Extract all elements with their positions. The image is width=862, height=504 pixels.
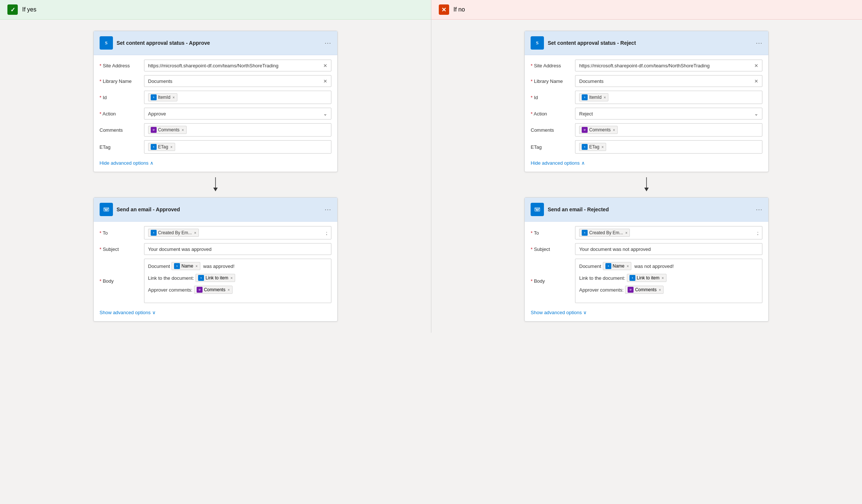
body-text: was approved! <box>203 263 235 269</box>
field-dropdown[interactable]: Reject ⌄ <box>575 108 762 120</box>
field-label: Id <box>531 95 571 100</box>
advanced-options-link[interactable]: Hide advanced options ∧ <box>531 157 585 167</box>
advanced-options-link[interactable]: Hide advanced options ∧ <box>100 157 154 167</box>
field-input[interactable]: Documents ✕ <box>575 75 762 87</box>
token-close[interactable]: × <box>228 288 230 292</box>
field-row: Body Document S Name × was not approved!… <box>531 259 762 303</box>
connector-arrow <box>211 172 220 197</box>
clear-button[interactable]: ✕ <box>323 63 327 68</box>
advanced-options-link[interactable]: Show advanced options ∨ <box>531 307 587 317</box>
card-body: Site Address https://microsoft.sharepoin… <box>525 55 768 172</box>
svg-text:S: S <box>105 40 107 46</box>
svg-text:S: S <box>153 96 154 98</box>
token-label: Comments <box>635 287 656 292</box>
clear-button[interactable]: ✕ <box>754 63 758 68</box>
token-close[interactable]: × <box>170 145 173 149</box>
card-body: To S Created By Em... × ; Subject Your d… <box>94 222 337 321</box>
field-input[interactable]: Comments × <box>144 123 331 137</box>
body-field[interactable]: Document S Name × was approved!Link to t… <box>144 259 331 303</box>
advanced-options-label: Hide advanced options <box>100 160 148 166</box>
token-close[interactable]: × <box>662 276 664 280</box>
branch-content-yes: S Set content approval status - Approve … <box>0 20 431 333</box>
field-row: Body Document S Name × was approved!Link… <box>100 259 331 303</box>
body-field[interactable]: Document S Name × was not approved!Link … <box>575 259 762 303</box>
token-close[interactable]: × <box>196 264 198 268</box>
token-close[interactable]: × <box>659 288 661 292</box>
field-value: Your document was not approved <box>579 246 651 252</box>
field-input[interactable]: Your document was approved <box>144 243 331 255</box>
token: S ItemId × <box>148 93 177 101</box>
chevron-down-icon: ⌄ <box>754 111 758 117</box>
field-input[interactable]: Comments × <box>575 123 762 137</box>
field-row: Action Reject ⌄ <box>531 108 762 120</box>
token: S ItemId × <box>579 93 608 101</box>
clear-button[interactable]: ✕ <box>754 78 758 84</box>
sp-token-icon: S <box>582 230 588 236</box>
token-close[interactable]: × <box>613 128 615 132</box>
card-menu-button[interactable]: ··· <box>756 39 762 47</box>
card-title: Send an email - Approved <box>117 206 321 212</box>
advanced-chevron-icon: ∧ <box>150 160 154 166</box>
card-menu-button[interactable]: ··· <box>325 39 331 47</box>
branch-content-no: S Set content approval status - Reject ·… <box>431 20 862 333</box>
token-close[interactable]: × <box>627 264 629 268</box>
advanced-chevron-icon: ∨ <box>583 310 587 315</box>
sp-token-icon: S <box>605 263 611 269</box>
token-label: Created By Em... <box>158 230 192 235</box>
body-text: Link to the document: <box>148 275 194 281</box>
field-input[interactable]: S ETag × <box>575 140 762 154</box>
card-header: O Send an email - Rejected ··· <box>525 198 768 222</box>
body-text: Link to the document: <box>579 275 625 281</box>
token-close[interactable]: × <box>602 145 604 149</box>
field-input[interactable]: S ItemId × <box>575 91 762 104</box>
card-approve-card: S Set content approval status - Approve … <box>93 31 338 172</box>
token-close[interactable]: × <box>625 231 628 235</box>
svg-text:O: O <box>105 208 107 212</box>
sharepoint-icon: S <box>100 36 113 50</box>
field-label: Comments <box>100 127 140 133</box>
field-row: Id S ItemId × <box>100 91 331 104</box>
field-label: Library Name <box>531 78 571 84</box>
card-menu-button[interactable]: ··· <box>756 206 762 214</box>
card-header: O Send an email - Approved ··· <box>94 198 337 222</box>
advanced-options-link[interactable]: Show advanced options ∨ <box>100 307 156 317</box>
field-input[interactable]: S Created By Em... × ; <box>575 226 762 239</box>
field-input[interactable]: S Created By Em... × ; <box>144 226 331 239</box>
field-label: Site Address <box>531 63 571 68</box>
advanced-options-label: Hide advanced options <box>531 160 579 166</box>
field-label: To <box>100 230 140 236</box>
card-header: S Set content approval status - Approve … <box>94 31 337 55</box>
token-close[interactable]: × <box>194 231 196 235</box>
field-dropdown[interactable]: Approve ⌄ <box>144 108 331 120</box>
branch-header-yes: ✓ If yes <box>0 0 431 20</box>
card-title: Set content approval status - Reject <box>548 40 752 46</box>
field-row: Library Name Documents ✕ <box>531 75 762 87</box>
main-container: ✓ If yes S Set content approval status -… <box>0 0 862 333</box>
field-row: Id S ItemId × <box>531 91 762 104</box>
field-input[interactable]: Documents ✕ <box>144 75 331 87</box>
token-label: Created By Em... <box>589 230 623 235</box>
svg-text:S: S <box>584 146 585 148</box>
token-label: Comments <box>589 127 611 132</box>
clear-button[interactable]: ✕ <box>323 78 327 84</box>
token-close[interactable]: × <box>173 95 175 100</box>
card-body: Site Address https://microsoft.sharepoin… <box>94 55 337 172</box>
card-menu-button[interactable]: ··· <box>325 206 331 214</box>
sp-token-icon: S <box>629 275 635 281</box>
token-close[interactable]: × <box>182 128 184 132</box>
field-input[interactable]: https://microsoft.sharepoint-df.com/team… <box>575 60 762 71</box>
field-row: Library Name Documents ✕ <box>100 75 331 87</box>
token-close[interactable]: × <box>230 276 233 280</box>
token-close[interactable]: × <box>604 95 606 100</box>
connector-arrow <box>642 172 651 197</box>
field-input[interactable]: S ItemId × <box>144 91 331 104</box>
field-label: Subject <box>100 246 140 252</box>
field-label: Comments <box>531 127 571 133</box>
field-label: Site Address <box>100 63 140 68</box>
body-line: Approver comments: Comments × <box>579 286 758 294</box>
field-input[interactable]: Your document was not approved <box>575 243 762 255</box>
field-input[interactable]: https://microsoft.sharepoint-df.com/team… <box>144 60 331 71</box>
svg-text:S: S <box>153 146 154 148</box>
token: S ETag × <box>579 143 606 151</box>
field-input[interactable]: S ETag × <box>144 140 331 154</box>
